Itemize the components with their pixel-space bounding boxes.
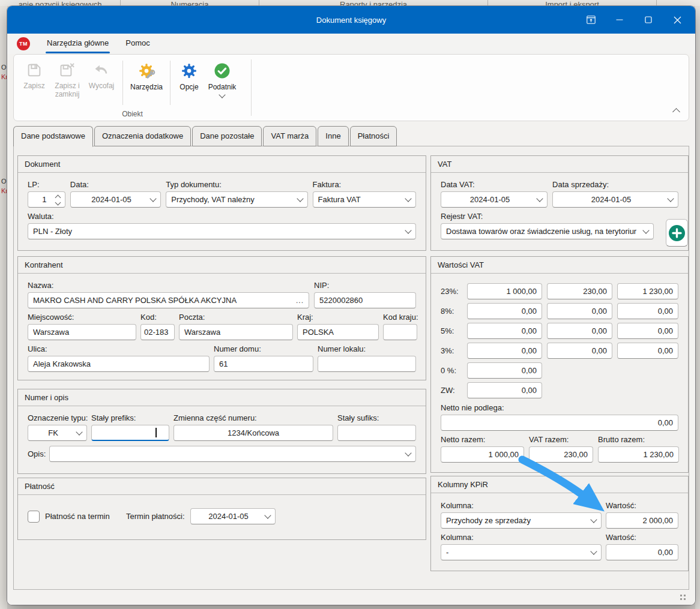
tools-button[interactable]: Narzędzia [127, 55, 166, 107]
vat-brutto-field[interactable] [617, 343, 678, 359]
netto-nie-podlega-field[interactable] [441, 415, 678, 431]
oznaczenie-typu-dropdown[interactable]: FK [28, 425, 87, 441]
opis-dropdown[interactable] [49, 446, 416, 462]
lp-stepper[interactable]: 1 [28, 191, 65, 208]
tab-platnosci[interactable]: Płatności [350, 126, 397, 146]
ribbon-tab-main[interactable]: Narzędzia główne [38, 34, 117, 54]
numer-domu-field[interactable] [214, 356, 313, 372]
brutto-razem-label: Brutto razem: [598, 435, 679, 444]
vat-netto-field[interactable] [467, 303, 542, 319]
numer-domu-label: Numer domu: [214, 344, 313, 353]
kraj-field[interactable] [297, 324, 379, 340]
vat-vat-field[interactable] [547, 323, 612, 339]
pin-window-button[interactable] [576, 6, 605, 34]
maximize-button[interactable] [634, 6, 663, 34]
vat-netto-field[interactable] [467, 343, 542, 359]
typ-dokumentu-label: Typ dokumentu: [166, 180, 307, 189]
browse-contractor-button[interactable]: ... [292, 296, 304, 305]
netto-razem-label: Netto razem: [441, 435, 524, 444]
pin-window-icon [587, 16, 596, 24]
waluta-dropdown[interactable]: PLN - Złoty [28, 223, 416, 239]
brutto-razem-field[interactable] [598, 446, 679, 463]
data-dropdown[interactable]: 2024-01-05 [70, 191, 161, 208]
data-sprzedazy-label: Data sprzedaży: [552, 180, 678, 189]
netto-razem-field[interactable] [441, 446, 524, 463]
spinner-arrows[interactable] [56, 194, 60, 205]
chevron-down-icon [405, 449, 411, 456]
section-title: Kolumny KPiR [431, 476, 688, 493]
section-kolumny-kpir: Kolumny KPiR Kolumna: Przychody ze sprze… [430, 476, 689, 571]
miejscowosc-field[interactable] [28, 324, 136, 340]
undo-button[interactable]: Wycofaj [85, 55, 118, 107]
minimize-button[interactable] [605, 6, 634, 34]
wartosc-2-field[interactable] [606, 544, 678, 560]
vat-brutto-field[interactable] [617, 283, 678, 299]
kod-field[interactable] [140, 324, 175, 340]
vat-netto-field[interactable] [467, 362, 542, 379]
tab-dane-podstawowe[interactable]: Dane podstawowe [13, 126, 93, 147]
nazwa-field[interactable]: MAKRO CASH AND CARRY POLSKA SPÓŁKA AKCYJ… [28, 292, 309, 308]
vat-netto-field[interactable] [467, 382, 542, 398]
section-title: Wartości VAT [431, 257, 688, 274]
wartosc-1-field[interactable] [606, 512, 678, 529]
tab-oznaczenia-dodatkowe[interactable]: Oznaczenia dodatkowe [94, 126, 191, 146]
resize-grip[interactable] [680, 595, 686, 600]
tab-inne[interactable]: Inne [318, 126, 348, 146]
text-caret [155, 428, 157, 437]
edge-fragment: O [1, 178, 7, 185]
dialog-tabstrip: Dane podstawowe Oznaczenia dodatkowe Dan… [13, 126, 398, 146]
section-title: Kontrahent [18, 257, 426, 274]
app-logo[interactable]: TM [17, 37, 30, 50]
nip-field[interactable] [314, 292, 416, 308]
bg-tab [657, 0, 700, 6]
termin-platnosci-dropdown[interactable]: 2024-01-05 [190, 508, 276, 524]
bg-tab: Numeracja [121, 0, 259, 6]
ulica-field[interactable] [28, 356, 210, 372]
vat-razem-field[interactable] [529, 446, 593, 463]
vat-vat-field[interactable] [547, 303, 612, 319]
poczta-field[interactable] [179, 324, 293, 340]
ribbon-tab-help[interactable]: Pomoc [117, 34, 158, 54]
section-kontrahent: Kontrahent Nazwa: MAKRO CASH AND CARRY P… [17, 256, 426, 380]
rejestr-vat-dropdown[interactable]: Dostawa towarów oraz świadczenie usług, … [441, 223, 654, 239]
chevron-down-icon [219, 91, 225, 98]
section-numer-i-opis: Numer i opis Oznaczenie typu: FK Stały p… [17, 389, 426, 474]
faktura-label: Faktura: [313, 180, 416, 189]
section-dokument: Dokument LP: 1 Data: [17, 155, 426, 251]
vat-vat-field[interactable] [547, 343, 612, 359]
platnosc-na-termin-checkbox[interactable] [28, 511, 40, 523]
staly-sufiks-field[interactable] [337, 425, 416, 441]
section-title: Płatność [18, 478, 426, 495]
save-button[interactable]: Zapisz [19, 55, 50, 107]
taxpayer-button[interactable]: Podatnik [204, 55, 241, 107]
vat-brutto-field[interactable] [617, 303, 678, 319]
typ-dokumentu-dropdown[interactable]: Przychody, VAT należny [166, 191, 307, 208]
vat-vat-field[interactable] [547, 283, 612, 299]
chevron-down-icon [297, 195, 303, 202]
nip-label: NIP: [314, 281, 416, 290]
kolumna-1-dropdown[interactable]: Przychody ze sprzedaży [441, 512, 602, 529]
close-button[interactable] [663, 6, 692, 34]
chevron-down-icon [642, 227, 649, 233]
netto-nie-podlega-label: Netto nie podlega: [441, 403, 678, 412]
add-vat-register-button[interactable] [666, 219, 688, 247]
close-icon [674, 16, 681, 24]
zmienna-czesc-field[interactable] [173, 425, 333, 441]
tab-dane-pozostale[interactable]: Dane pozostałe [192, 126, 262, 146]
kolumna-2-dropdown[interactable]: - [441, 544, 602, 560]
kod-kraju-field[interactable] [383, 324, 417, 340]
tab-vat-marza[interactable]: VAT marża [263, 126, 316, 146]
titlebar[interactable]: Dokument księgowy [7, 6, 695, 34]
save-and-close-button[interactable]: Zapisz i zamknij [50, 55, 85, 107]
numer-lokalu-field[interactable] [318, 356, 416, 372]
vat-brutto-field[interactable] [617, 323, 678, 339]
opis-label: Opis: [28, 449, 46, 458]
vat-netto-field[interactable] [467, 323, 542, 339]
options-button[interactable]: Opcje [175, 55, 204, 107]
data-sprzedazy-dropdown[interactable]: 2024-01-05 [552, 191, 678, 208]
staly-prefiks-field[interactable] [91, 425, 169, 441]
faktura-dropdown[interactable]: Faktura VAT [313, 191, 416, 208]
collapse-ribbon-icon[interactable] [672, 108, 680, 116]
data-vat-dropdown[interactable]: 2024-01-05 [441, 191, 548, 208]
vat-netto-field[interactable] [467, 283, 542, 299]
